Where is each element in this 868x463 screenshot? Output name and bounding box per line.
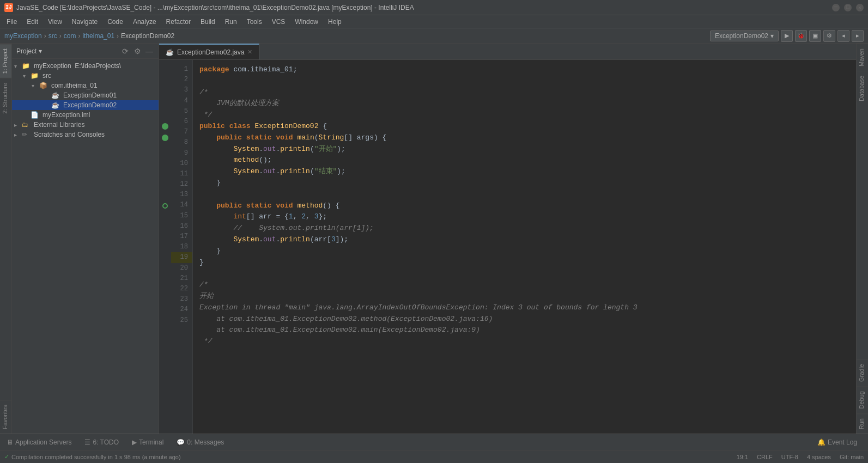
tab-debug[interactable]: Debug	[857, 386, 868, 413]
build-button[interactable]: ⚙	[823, 30, 835, 42]
tree-item-myexception[interactable]: ▾ 📁 myException E:\IdeaProjects\	[12, 61, 159, 71]
left-sidebar-tabs: 1: Project 2: Structure Favorites	[0, 44, 12, 434]
editor-area: ☕ ExceptionDemo02.java ✕	[159, 44, 856, 434]
tree-label-myexception: myException E:\IdeaProjects\	[34, 62, 121, 70]
project-panel: Project ▾ ⟳ ⚙ — ▾ 📁 myException E:\IdeaP…	[12, 44, 159, 434]
tree-item-scratches[interactable]: ▸ ✏ Scratches and Consoles	[12, 130, 159, 139]
cursor-position[interactable]: 19:1	[737, 454, 748, 460]
tab-close-icon[interactable]: ✕	[247, 48, 252, 56]
tab-maven[interactable]: Maven	[857, 44, 868, 71]
tree-item-package[interactable]: ▾ 📦 com.itheima_01	[12, 81, 159, 90]
menu-bar: File Edit View Navigate Code Analyze Ref…	[0, 15, 868, 28]
tree-label-iml: myException.iml	[43, 111, 90, 119]
event-log-btn[interactable]: 🔔 Event Log	[811, 436, 864, 448]
tab-structure[interactable]: 2: Structure	[0, 78, 11, 118]
nav-forward[interactable]: ▸	[852, 30, 864, 42]
menu-tools[interactable]: Tools	[242, 17, 266, 27]
app-icon: IJ	[4, 3, 13, 12]
tab-favorites[interactable]: Favorites	[0, 400, 11, 434]
nav-bar: myException › src › com › itheima_01 › E…	[0, 28, 868, 44]
status-check-icon: ✓	[4, 453, 9, 460]
messages-label: 0: Messages	[187, 438, 224, 446]
menu-help[interactable]: Help	[324, 17, 346, 27]
window-title: JavaSE_Code [E:\IdeaProjects\JavaSE_Code…	[16, 4, 832, 11]
java-file-icon-01: ☕	[51, 92, 61, 99]
tab-terminal[interactable]: ▶ Terminal	[125, 434, 170, 450]
menu-code[interactable]: Code	[103, 17, 128, 27]
module-icon: 📁	[22, 62, 32, 70]
breadcrumb-itheima[interactable]: itheima_01	[82, 32, 114, 40]
breadcrumb-myexception[interactable]: myException	[4, 32, 42, 40]
menu-window[interactable]: Window	[290, 17, 323, 27]
run-config-selector[interactable]: ExceptionDemo02 ▾	[710, 31, 779, 41]
tree-label-demo02: ExceptionDemo02	[63, 101, 117, 109]
tab-todo[interactable]: ☰ 6: TODO	[78, 434, 125, 450]
project-settings-btn[interactable]: ⚙	[132, 46, 142, 56]
bottom-tabs-bar: 🖥 Application Servers ☰ 6: TODO ▶ Termin…	[0, 434, 868, 450]
tree-label-demo01: ExceptionDemo01	[63, 92, 117, 99]
tab-java-icon: ☕	[166, 48, 174, 56]
title-bar: IJ JavaSE_Code [E:\IdeaProjects\JavaSE_C…	[0, 0, 868, 15]
tab-messages[interactable]: 💬 0: Messages	[170, 434, 230, 450]
menu-refactor[interactable]: Refactor	[162, 17, 195, 27]
menu-analyze[interactable]: Analyze	[129, 17, 161, 27]
line-numbers: 123 456 789 101112 131415 161718 19 2021…	[171, 60, 193, 434]
project-sync-btn[interactable]: ⟳	[120, 46, 130, 56]
terminal-label: Terminal	[139, 438, 163, 446]
menu-vcs[interactable]: VCS	[268, 17, 290, 27]
menu-edit[interactable]: Edit	[22, 17, 43, 27]
scratches-icon: ✏	[22, 131, 32, 138]
todo-icon: ☰	[84, 438, 90, 446]
project-dropdown-icon[interactable]: ▾	[39, 47, 42, 55]
menu-build[interactable]: Build	[196, 17, 220, 27]
tab-app-servers[interactable]: 🖥 Application Servers	[0, 434, 78, 450]
run-gutter-class[interactable]	[162, 123, 168, 130]
minimize-button[interactable]: ─	[832, 4, 840, 11]
nav-back[interactable]: ◂	[837, 30, 849, 42]
server-icon: 🖥	[7, 438, 13, 446]
tree-item-src[interactable]: ▾ 📁 src	[12, 71, 159, 81]
terminal-icon: ▶	[132, 438, 137, 446]
tree-item-iml[interactable]: 📄 myException.iml	[12, 110, 159, 120]
tab-run[interactable]: Run	[857, 413, 868, 434]
src-folder-icon: 📁	[31, 72, 40, 80]
tab-gradle[interactable]: Gradle	[857, 359, 868, 386]
tree-label-scratches: Scratches and Consoles	[34, 131, 105, 138]
close-button[interactable]: ✕	[856, 4, 864, 11]
main-area: 1: Project 2: Structure Favorites Projec…	[0, 44, 868, 434]
app-servers-label: Application Servers	[15, 438, 71, 446]
menu-run[interactable]: Run	[221, 17, 241, 27]
tree-item-extlib[interactable]: ▸ 🗂 External Libraries	[12, 120, 159, 130]
project-collapse-btn[interactable]: —	[144, 46, 154, 56]
menu-file[interactable]: File	[2, 17, 21, 27]
todo-label: 6: TODO	[93, 438, 119, 446]
tree-label-src: src	[43, 72, 51, 80]
indent[interactable]: 4 spaces	[807, 454, 831, 460]
gutter	[159, 60, 171, 434]
run-gutter-main[interactable]	[162, 135, 168, 141]
menu-navigate[interactable]: Navigate	[68, 17, 102, 27]
breadcrumb-src[interactable]: src	[48, 32, 57, 40]
maximize-button[interactable]: □	[844, 4, 852, 11]
breadcrumb-current: ExceptionDemo02	[121, 32, 174, 40]
tab-project[interactable]: 1: Project	[0, 44, 11, 78]
tree-item-demo01[interactable]: ☕ ExceptionDemo01	[12, 90, 159, 100]
run-button[interactable]: ▶	[781, 30, 793, 42]
encoding[interactable]: UTF-8	[781, 454, 798, 460]
coverage-button[interactable]: ▣	[809, 30, 821, 42]
tab-database[interactable]: Database	[857, 71, 868, 106]
line-ending[interactable]: CRLF	[757, 454, 773, 460]
code-editor[interactable]: 123 456 789 101112 131415 161718 19 2021…	[159, 60, 856, 434]
code-content[interactable]: package com.itheima_01; /* JVM的默认处理方案 */…	[193, 60, 856, 434]
editor-tabs: ☕ ExceptionDemo02.java ✕	[159, 44, 856, 60]
menu-view[interactable]: View	[44, 17, 66, 27]
tree-item-demo02[interactable]: ☕ ExceptionDemo02	[12, 100, 159, 110]
messages-icon: 💬	[177, 438, 185, 446]
nav-right: ExceptionDemo02 ▾ ▶ 🐞 ▣ ⚙ ◂ ▸	[710, 30, 864, 42]
breadcrumb-com[interactable]: com	[64, 32, 76, 40]
run-gutter-method[interactable]	[162, 203, 168, 209]
debug-button[interactable]: 🐞	[795, 30, 807, 42]
editor-tab-demo02[interactable]: ☕ ExceptionDemo02.java ✕	[159, 44, 259, 59]
library-icon: 🗂	[22, 121, 32, 129]
git-branch[interactable]: Git: main	[840, 454, 864, 460]
